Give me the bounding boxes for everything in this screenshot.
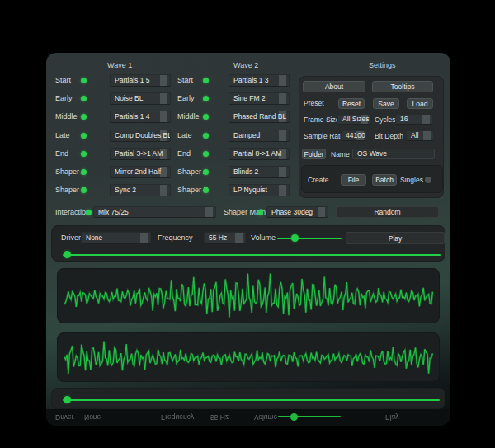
position-slider-track[interactable]	[63, 254, 441, 257]
singles-toggle[interactable]	[425, 177, 431, 183]
volume-slider-track[interactable]	[277, 238, 342, 240]
wave1-row-label: Early	[55, 92, 73, 105]
bit-depth-label: Bit Depth	[375, 130, 403, 143]
frame-size-label: Frame Size	[304, 114, 339, 126]
wave2-late-dropdown[interactable]: Damped	[229, 130, 290, 142]
wave2-title: Wave 2	[233, 59, 258, 72]
name-field[interactable]: OS Wave	[352, 149, 435, 159]
driver-dropdown[interactable]: None	[81, 232, 151, 244]
frequency-dropdown[interactable]: 55 Hz	[204, 232, 246, 244]
wave2-early-dropdown[interactable]: Sine FM 2	[229, 92, 290, 105]
wave2-row-label: Late	[177, 130, 192, 142]
wave2-middle-dropdown[interactable]: Phased Rand BL	[229, 111, 290, 123]
field-value: OS Wave	[357, 149, 387, 158]
dropdown-value: Comp Doubles BL	[115, 131, 171, 139]
volume-label: Volume	[251, 232, 276, 244]
frame-size-dropdown[interactable]: All Sizes	[337, 114, 371, 125]
bottom-slider[interactable]	[63, 396, 440, 403]
wave1-row-label: Middle	[55, 111, 78, 123]
wave1-shaper-b-indicator[interactable]	[81, 187, 87, 193]
wave2-shaper-a-indicator[interactable]	[203, 169, 209, 175]
sample-rate-field[interactable]: 44100	[341, 130, 367, 141]
volume-slider[interactable]	[277, 234, 342, 242]
name-label: Name	[331, 149, 350, 161]
wave2-start-dropdown[interactable]: Partials 1 3	[229, 74, 290, 87]
wave1-middle-dropdown[interactable]: Partials 1 4	[110, 111, 171, 123]
driver-panel: Driver None Frequency 55 Hz Volume Play	[51, 225, 446, 262]
save-button[interactable]: Save	[373, 98, 399, 109]
dropdown-value: LP Nyquist	[233, 186, 267, 194]
dropdown-value: Mix 75/25	[98, 208, 129, 216]
wave2-end-indicator[interactable]	[203, 151, 209, 157]
wave2-row-label: End	[177, 148, 191, 160]
app-window: Wave 1 Wave 2 Settings Start Partials 1 …	[46, 53, 450, 426]
wave1-early-dropdown[interactable]: Noise BL	[110, 92, 171, 105]
dropdown-value: Partials 1 4	[115, 112, 150, 120]
play-button[interactable]: Play	[346, 232, 445, 244]
interaction-indicator[interactable]	[86, 210, 92, 215]
driver-row-reflection: Driver None Frequency 55 Hz Volume Play	[46, 409, 450, 426]
wave1-row-label: Start	[55, 74, 71, 87]
wave1-end-indicator[interactable]	[81, 151, 87, 157]
dropdown-value: Phase 30deg	[271, 208, 313, 216]
interaction-dropdown[interactable]: Mix 75/25	[93, 206, 216, 218]
shaper-main-dropdown[interactable]: Phase 30deg	[266, 206, 328, 218]
wave1-early-indicator[interactable]	[81, 96, 87, 101]
reset-button[interactable]: Reset	[338, 98, 365, 109]
wave1-shaper-a-indicator[interactable]	[81, 169, 87, 175]
random-button[interactable]: Random	[336, 206, 439, 218]
reflection-slider-thumb	[290, 413, 298, 421]
frequency-label: Frequency	[158, 232, 193, 244]
dropdown-value: 16	[400, 115, 408, 123]
reflection-driver-label: Driver	[55, 413, 74, 422]
dropdown-value: Phased Rand BL	[233, 112, 286, 120]
create-panel: Create File Batch Singles	[301, 165, 443, 193]
wave1-start-indicator[interactable]	[81, 78, 87, 83]
preset-label: Preset	[304, 97, 324, 110]
position-slider-thumb[interactable]	[64, 251, 71, 258]
batch-button[interactable]: Batch	[372, 174, 397, 186]
wave1-end-dropdown[interactable]: Partial 3->1 AM	[110, 148, 171, 160]
dropdown-value: Damped	[233, 131, 260, 139]
wave2-early-indicator[interactable]	[203, 96, 209, 101]
dropdown-value: Partials 1 5	[115, 76, 150, 84]
bottom-slider-thumb[interactable]	[64, 396, 71, 403]
tooltips-button[interactable]: Tooltips	[372, 81, 433, 92]
singles-label: Singles	[400, 174, 423, 186]
wave1-late-dropdown[interactable]: Comp Doubles BL	[110, 130, 171, 142]
wave2-shaper-a-dropdown[interactable]: Blinds 2	[229, 166, 290, 178]
wave2-middle-indicator[interactable]	[203, 114, 209, 120]
folder-button[interactable]: Folder	[302, 149, 326, 159]
sample-rate-label: Sample Rate	[304, 130, 344, 143]
reflection-volume-slider	[278, 413, 341, 421]
reflection-driver-value: None	[84, 413, 101, 422]
bottom-slider-track[interactable]	[63, 399, 440, 402]
desktop-background: { "wave1": { "title": "Wave 1", "rows": …	[0, 0, 495, 448]
volume-slider-thumb[interactable]	[291, 234, 299, 242]
wave1-middle-indicator[interactable]	[81, 114, 87, 120]
wave1-shaper-a-dropdown[interactable]: Mirror 2nd Half	[110, 166, 171, 178]
wave2-start-indicator[interactable]	[203, 78, 209, 83]
reflection-slider-track	[278, 416, 341, 418]
bit-depth-dropdown[interactable]: All	[406, 130, 434, 141]
cycles-dropdown[interactable]: 16	[395, 114, 433, 125]
about-button[interactable]: About	[303, 81, 365, 92]
wave1-late-indicator[interactable]	[81, 133, 87, 139]
waveform-trace-1	[64, 272, 434, 319]
wave2-shaper-b-dropdown[interactable]: LP Nyquist	[229, 184, 290, 196]
wave2-end-dropdown[interactable]: Partial 8->1 AM	[229, 148, 290, 160]
wave2-late-indicator[interactable]	[203, 133, 209, 139]
wave1-shaper-b-dropdown[interactable]: Sync 2	[110, 184, 171, 196]
dropdown-value: None	[86, 233, 102, 242]
wave2-shaper-b-indicator[interactable]	[203, 187, 209, 193]
create-label: Create	[308, 174, 329, 186]
dropdown-value: All Sizes	[342, 115, 370, 123]
shaper-main-indicator[interactable]	[257, 210, 263, 215]
wave1-start-dropdown[interactable]: Partials 1 5	[110, 74, 171, 87]
dropdown-value: Partial 3->1 AM	[115, 149, 163, 158]
field-value: 44100	[346, 131, 365, 139]
reflection-volume-label: Volume	[254, 413, 277, 422]
load-button[interactable]: Load	[407, 98, 433, 109]
file-button[interactable]: File	[341, 174, 366, 186]
position-slider[interactable]	[63, 251, 441, 258]
